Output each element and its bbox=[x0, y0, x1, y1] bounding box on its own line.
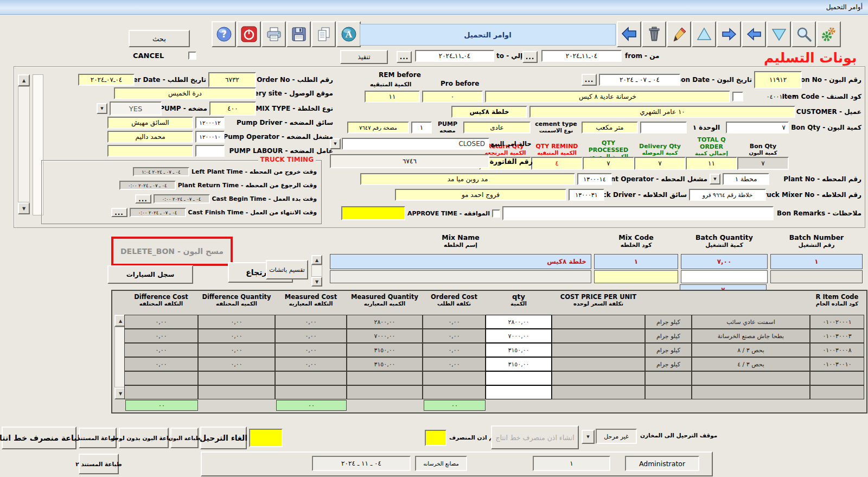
bon-qty-field[interactable]: ٧ bbox=[726, 122, 789, 133]
scroll-up-icon[interactable]: ▲ bbox=[18, 74, 30, 86]
pump-labour-code-field[interactable] bbox=[195, 145, 225, 157]
next-icon[interactable] bbox=[717, 21, 741, 47]
order-pump-dropdown-icon[interactable]: ▼ bbox=[97, 103, 107, 114]
truck-mixer-field[interactable]: خلاطة رقم ٩٦٦٤ فرو bbox=[689, 189, 766, 201]
cast-finish-time-field[interactable]: ٠٤ ـ ٠٧ ـ ٢٠٢٤ ٠:٠٠ bbox=[130, 208, 186, 217]
print-bon-button[interactable]: طباعة البون bbox=[170, 428, 199, 448]
print-bon-no-logo-button[interactable]: طباعة البون بدون لوجو bbox=[119, 428, 169, 448]
approve-time-field[interactable] bbox=[341, 206, 405, 220]
item-row[interactable]: ٠١٠٠٢٠٠٠١ اسمنت عادي سائب كيلو جرام ٢٨٠٠… bbox=[124, 315, 864, 329]
vehicle-log-button[interactable]: سجل السيارات bbox=[107, 265, 193, 284]
plant-no-dropdown-icon[interactable]: ▼ bbox=[710, 174, 720, 185]
to-label: إلي - to bbox=[496, 52, 522, 60]
rem-before-ar-label: الكمية المتبقيه bbox=[370, 81, 411, 87]
pump-operator-code-field[interactable]: ١٢٠٠٠١٠ bbox=[195, 131, 225, 143]
item-row[interactable]: ٠١٠٠٣٠٠٠٨ بحص ٣ / ٨ كيلو جرام ٣١٥٠,٠٠ ٠,… bbox=[124, 343, 864, 357]
pump-flag-label: PUMPمضخه bbox=[434, 121, 461, 134]
plant-return-time-field[interactable]: ٠٤ ـ ٠٧ ـ ٢٠٢٤ ٠:٠٠ bbox=[119, 181, 176, 190]
pump-driver-name-field: السائق مهيش bbox=[107, 117, 193, 129]
dispatch-permit-field[interactable] bbox=[425, 430, 446, 446]
cast-begin-time-field[interactable]: ٠٤ ـ ٠٧ ـ ٢٠٢٤ ٠:٠٠ bbox=[154, 194, 210, 203]
cancel-posting-field[interactable] bbox=[249, 429, 283, 447]
pump-driver-code-field[interactable]: ١٢٠٠٠١٢ bbox=[195, 117, 225, 129]
power-icon[interactable] bbox=[237, 21, 261, 47]
search-button[interactable]: بحث bbox=[129, 30, 190, 47]
qty-header: qtyالكمية bbox=[486, 292, 552, 307]
up-icon[interactable] bbox=[692, 21, 716, 47]
delete-bon-button[interactable]: مسح البون - DELETE_BON bbox=[111, 237, 233, 266]
item-code-lookup-box[interactable] bbox=[732, 92, 743, 101]
to-date-picker-button[interactable]: ... bbox=[397, 51, 412, 63]
execute-button[interactable]: تنفيذ bbox=[340, 50, 388, 64]
batch-entry-row[interactable] bbox=[330, 270, 863, 283]
batch-row[interactable]: ١ ٧,٠٠ ١ خلطة ٨كيس bbox=[330, 254, 863, 269]
sale-state-field[interactable]: CLOSED bbox=[342, 138, 489, 150]
bon-date-field[interactable]: ٠٤ ـ ٠٧ ـ ٢٠٢٤ bbox=[599, 74, 680, 86]
bon-date-label: تاريخ البون - Bon Date bbox=[682, 76, 752, 84]
down-icon[interactable] bbox=[767, 21, 791, 47]
order-date-field[interactable]: ٠٤ـ٠٧ـ٢٠٢٤ bbox=[78, 74, 135, 86]
prev-icon[interactable] bbox=[742, 21, 766, 47]
help-icon[interactable]: ? bbox=[212, 21, 236, 47]
pump-count-field[interactable]: ١ bbox=[411, 122, 432, 133]
scroll-down-icon[interactable]: ▼ bbox=[18, 202, 30, 214]
pro-before-label: Pro before bbox=[441, 80, 479, 87]
cast-begin-picker-button[interactable]: ... bbox=[135, 194, 151, 203]
bon-remarks-field[interactable] bbox=[502, 206, 774, 220]
item-row[interactable] bbox=[124, 385, 864, 399]
item-row[interactable] bbox=[124, 371, 864, 385]
scrollbar-track[interactable] bbox=[18, 86, 30, 202]
create-dispatch-button[interactable]: انشاء اذن منصرف خط انتاج bbox=[491, 425, 579, 449]
status-count: ١ bbox=[533, 456, 610, 471]
truck-driver-code-field[interactable]: ١٣٠٠٠٣١ bbox=[569, 189, 604, 201]
cancel-checkbox[interactable] bbox=[188, 52, 196, 60]
plant-operator-name-field: مد روبن ميا مد bbox=[360, 173, 575, 185]
r-item-code-header: R Item Codeكود الماده الخام bbox=[810, 293, 864, 307]
batch-quantity-header: Batch Quantityكمية التشغيل bbox=[681, 233, 768, 248]
trash-icon[interactable] bbox=[642, 21, 666, 47]
delivery-site-field[interactable]: درة الخميس bbox=[114, 87, 256, 99]
item-row[interactable]: ٠١٠٠٣٠٠١٠ بحص ٣ / ٤ كيلو جرام ٣١٥٠,٠٠ ٠,… bbox=[124, 357, 864, 371]
batch-scrollbar-track[interactable] bbox=[311, 265, 322, 277]
bon-no-label: رقم البون - Bon No bbox=[804, 76, 861, 84]
batch-scroll-down-icon[interactable]: ▼ bbox=[311, 277, 322, 287]
order-no-field[interactable]: ٦٧٣٢ bbox=[208, 72, 256, 87]
pump-labour-label: عامل المضخه - PUMP LABOUR bbox=[227, 147, 333, 155]
cancel-posting-button[interactable]: الغاء الترحيل bbox=[200, 427, 247, 449]
bon-date-picker-button[interactable]: ... bbox=[582, 74, 597, 86]
split-batches-button[interactable]: تقسيم باتشات bbox=[266, 260, 308, 279]
item-code-label: كود الصنف - Item Code bbox=[797, 93, 861, 100]
posting-status-dropdown-icon[interactable]: ▼ bbox=[582, 430, 595, 444]
approve-time-checkbox[interactable] bbox=[492, 209, 500, 218]
mix-type-field[interactable]: ٤٠٠ bbox=[209, 101, 256, 116]
print-document2-button[interactable]: طباعة المستند ٢ bbox=[79, 454, 119, 474]
to-date-field[interactable]: ٠٤ـ١١ـ٢٠٢٤ bbox=[415, 50, 494, 62]
settings-icon[interactable] bbox=[816, 21, 841, 47]
left-plant-time-field[interactable]: ٠٤ ـ ٠٧ ـ ٢٠٢٤ ١:٠٤ bbox=[133, 167, 189, 176]
posting-status-field[interactable]: غير مرحل bbox=[596, 429, 637, 444]
search-icon[interactable] bbox=[792, 21, 816, 47]
from-date-field[interactable]: ٠٤ـ١١ـ٢٠٢٤ bbox=[541, 50, 622, 62]
status-company: مصانع الخرسانه bbox=[415, 456, 467, 471]
plant-no-combo[interactable]: محطة ١ bbox=[723, 173, 769, 185]
print-line-dispatch-button[interactable]: طباعة منصرف خط انتاج bbox=[2, 427, 76, 449]
plant-operator-label: مشغل المحطه - Plant Operator bbox=[614, 175, 707, 183]
plant-operator-code-field[interactable]: ١٣٠٠٠١٤ bbox=[577, 173, 612, 185]
measured-cost-header: Measured Costالتكلفه المعياريه bbox=[275, 293, 347, 307]
item-row[interactable]: ٠١٠٠٣٠٠٠٣ بطحا جاش مصنع الخرسانة كيلو جر… bbox=[124, 329, 864, 343]
from-date-picker-button[interactable]: ... bbox=[522, 51, 538, 63]
customer-label: عميل - CUSTOMER bbox=[797, 108, 861, 116]
unit-field[interactable] bbox=[640, 122, 687, 133]
copy-icon[interactable] bbox=[311, 21, 336, 47]
cast-finish-picker-button[interactable]: ... bbox=[111, 208, 127, 217]
customer-field[interactable]: ١٠ عامر الشهري bbox=[529, 106, 795, 118]
bon-no-field[interactable]: ١١٩١٢ bbox=[754, 71, 802, 88]
undo-icon[interactable] bbox=[617, 21, 641, 47]
font-icon[interactable]: A bbox=[336, 21, 361, 47]
batch-scroll-up-icon[interactable]: ▲ bbox=[311, 255, 322, 265]
save-icon[interactable] bbox=[286, 21, 311, 47]
item-code-value[interactable]: ٠٤٠٠١٠٠٠٣ bbox=[745, 93, 795, 100]
edit-icon[interactable] bbox=[667, 21, 691, 47]
order-pump-combo[interactable]: YES bbox=[110, 101, 162, 116]
print-icon[interactable] bbox=[261, 21, 286, 47]
